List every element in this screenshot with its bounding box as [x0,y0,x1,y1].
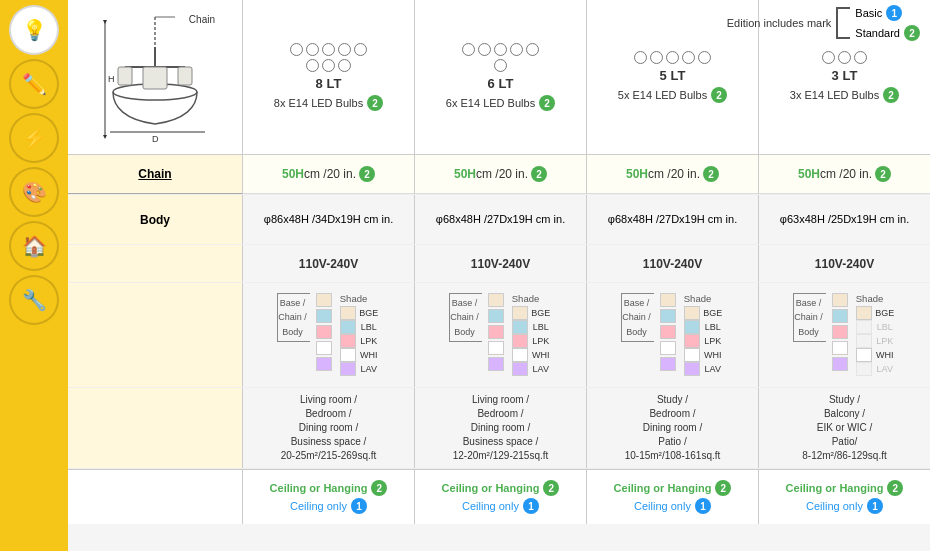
chain-badge-2: 2 [531,166,547,182]
voltage-value-3: 110V-240V [587,245,759,282]
room-value-2: Living room /Bedroom /Dining room /Busin… [415,388,587,468]
shade-name-1-3: WHI [358,350,380,360]
shade-name-3-0: BGE [702,308,724,318]
bulbs-count-4: 3 LT [832,68,858,83]
chain-suffix-4: cm /20 in. [820,167,872,181]
body-value-1: φ86x48H /34Dx19H cm in. [243,195,415,244]
base-swatches-1 [316,293,332,371]
room-value-3: Study /Bedroom /Dining room /Patio /10-1… [587,388,759,468]
ceiling-only-3: Ceiling only [634,500,691,512]
ceiling-only-2: Ceiling only [462,500,519,512]
shade-name-4-4: LAV [874,364,896,374]
chain-label: Chain [189,14,215,25]
sidebar-icon-power[interactable]: ⚡ [9,113,59,163]
voltage-row-label [68,245,243,282]
bulbs-badge-3: 2 [711,87,727,103]
chain-suffix-1: cm /20 in. [304,167,356,181]
color-cell-4: Base /Chain /Body Shade BGE LBL LPK WHI … [759,283,930,387]
bulbs-count-2: 6 LT [488,76,514,91]
legend-edition-label: Edition includes mark [727,17,832,29]
shade-name-4-2: LPK [874,336,896,346]
bulbs-count-3: 5 LT [660,68,686,83]
svg-rect-8 [118,67,132,85]
chain-h-4: 50H [798,167,820,181]
sidebar-icon-palette[interactable]: 🎨 [9,167,59,217]
shade-name-1-1: LBL [358,322,380,332]
sidebar-icon-light[interactable]: 💡 [9,5,59,55]
ceiling-hanging-badge-2: 2 [543,480,559,496]
chain-h-2: 50H [454,167,476,181]
ceiling-hanging-badge-1: 2 [371,480,387,496]
bulbs-desc-1: 8x E14 LED Bulbs [274,97,363,109]
bulbs-badge-4: 2 [883,87,899,103]
svg-rect-9 [143,67,167,89]
chain-badge-4: 2 [875,166,891,182]
ceiling-cell-3: Ceiling or Hanging 2 Ceiling only 1 [587,470,759,524]
ceiling-only-badge-1: 1 [351,498,367,514]
chain-value-1: 50H cm /20 in. 2 [243,155,415,194]
bulbs-badge-1: 2 [367,95,383,111]
shade-name-2-0: BGE [530,308,552,318]
base-swatches-3 [660,293,676,371]
ceiling-only-badge-3: 1 [695,498,711,514]
voltage-value-4: 110V-240V [759,245,930,282]
color-row: Base /Chain /Body Shade BGE LBL LPK WHI … [68,283,930,388]
swatch-area-3: Base /Chain /Body Shade BGE LBL LPK WHI … [618,288,727,381]
bulb-circles-3 [634,51,711,64]
color-cell-3: Base /Chain /Body Shade BGE LBL LPK WHI … [587,283,759,387]
shade-name-4-3: WHI [874,350,896,360]
product-col-1: 8 LT 8x E14 LED Bulbs 2 [243,0,415,154]
ceiling-only-4: Ceiling only [806,500,863,512]
room-row-label [68,388,243,468]
swatch-area-4: Base /Chain /Body Shade BGE LBL LPK WHI … [790,288,899,381]
base-swatches-2 [488,293,504,371]
sidebar-icon-edit[interactable]: ✏️ [9,59,59,109]
main-content: Edition includes mark Basic 1 Standard 2 [68,0,930,551]
room-value-4: Study /Balcony /EIK or WIC /Patio/8-12m²… [759,388,930,468]
shade-name-2-4: LAV [530,364,552,374]
legend: Edition includes mark Basic 1 Standard 2 [727,5,920,41]
body-row: Bodyφ86x48H /34Dx19H cm in.φ68x48H /27Dx… [68,195,930,245]
ceiling-only-badge-2: 1 [523,498,539,514]
bulbs-desc-3: 5x E14 LED Bulbs [618,89,707,101]
voltage-value-1: 110V-240V [243,245,415,282]
voltage-value-2: 110V-240V [415,245,587,282]
ceiling-row: Ceiling or Hanging 2 Ceiling only 1 Ceil… [68,469,930,524]
data-rows-container: Chain 50H cm /20 in. 2 50H cm /20 in. 2 … [68,155,930,524]
shade-name-3-2: LPK [702,336,724,346]
bulbs-desc-2: 6x E14 LED Bulbs [446,97,535,109]
standard-label: Standard [855,27,900,39]
ceiling-only-1: Ceiling only [290,500,347,512]
bulbs-desc-4: 3x E14 LED Bulbs [790,89,879,101]
shade-name-4-0: BGE [874,308,896,318]
chain-row: Chain 50H cm /20 in. 2 50H cm /20 in. 2 … [68,155,930,195]
shade-name-3-1: LBL [702,322,724,332]
chain-value-4: 50H cm /20 in. 2 [759,155,930,194]
bulbs-count-1: 8 LT [316,76,342,91]
bulbs-header-2: 6 LT 6x E14 LED Bulbs 2 [415,0,586,154]
ceiling-label-cell [68,470,243,524]
shade-name-4-1: LBL [874,322,896,332]
chain-badge-3: 2 [703,166,719,182]
color-cell-2: Base /Chain /Body Shade BGE LBL LPK WHI … [415,283,587,387]
swatch-area-2: Base /Chain /Body Shade BGE LBL LPK WHI … [446,288,555,381]
body-value-3: φ68x48H /27Dx19H cm in. [587,195,759,244]
sidebar: 💡 ✏️ ⚡ 🎨 🏠 🔧 [0,0,68,551]
ceiling-hanging-4: Ceiling or Hanging [786,482,884,494]
sidebar-icon-home[interactable]: 🏠 [9,221,59,271]
ceiling-hanging-badge-4: 2 [887,480,903,496]
body-row-label: Body [68,195,243,244]
ceiling-hanging-3: Ceiling or Hanging [614,482,712,494]
basic-badge: 1 [886,5,902,21]
bulb-circles-1 [284,43,374,72]
swatch-area-1: Base /Chain /Body Shade BGE LBL LPK WHI … [274,288,383,381]
svg-text:D: D [152,134,159,142]
basic-label: Basic [855,7,882,19]
bulbs-badge-2: 2 [539,95,555,111]
shade-name-2-3: WHI [530,350,552,360]
chain-h-3: 50H [626,167,648,181]
body-value-4: φ63x48H /25Dx19H cm in. [759,195,930,244]
sidebar-icon-tools[interactable]: 🔧 [9,275,59,325]
product-col-2: 6 LT 6x E14 LED Bulbs 2 [415,0,587,154]
color-row-label [68,283,243,387]
